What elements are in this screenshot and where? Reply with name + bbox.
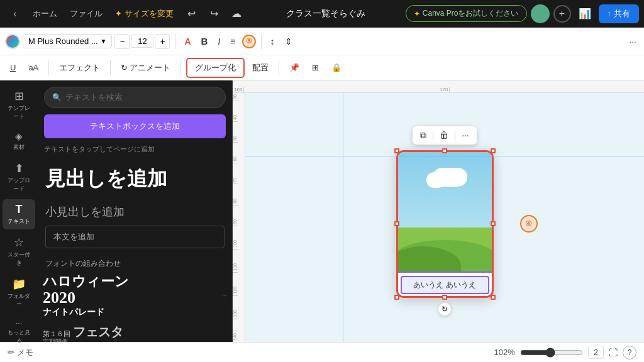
expand-button[interactable]: ⛶ [609,348,618,358]
sub-divider-2 [110,60,111,75]
font-name: M Plus Rounded ... [28,36,98,46]
card-copy-button[interactable]: ⧉ [418,129,429,142]
font-color-button[interactable]: A [180,34,194,49]
sidebar-item-folder[interactable]: 📁 フォルダー [3,273,35,312]
heading-large-item[interactable]: 見出しを追加 [38,160,232,198]
canvas-area[interactable]: 160 170 30 40 50 60 70 80 90 [233,80,644,342]
font-sample-2-med1: 定期開催 [43,338,70,342]
card-more-button[interactable]: ··· [459,129,472,141]
top-bar-right: ✦ Canva Proをお試しください + 📊 ↑ 共有 [406,4,639,24]
animate-icon: ↻ [121,63,128,72]
stats-button[interactable]: 📊 [575,4,595,24]
effect-button[interactable]: エフェクト [54,60,105,76]
layout-button[interactable]: 配置 [247,60,274,76]
main-layout: ⊞ テンプレート ◈ 素材 ⬆ アップロード T テキスト ☆ スター付き 📁 … [0,80,644,342]
sidebar-label-text: テキスト [8,217,30,226]
text-icon: T [16,203,23,216]
card-text-area[interactable]: あいうえ あいうえ [398,272,492,298]
sidebar: ⊞ テンプレート ◈ 素材 ⬆ アップロード T テキスト ☆ スター付き 📁 … [0,80,38,342]
upload-icon: ⬆ [14,162,24,175]
sidebar-item-more[interactable]: ··· もっと見る [3,315,35,349]
font-size-decrease-button[interactable]: − [114,34,130,49]
heading-large-text: 見出しを追加 [45,167,167,190]
font-color-swatch[interactable] [5,34,20,49]
resize-label: サイズを変更 [125,8,174,19]
font-preview-2[interactable]: 第１６回 定期開催 フィルム 映画祭 フェスタ [43,324,123,342]
font-combos: ハロウィーン 2020 ナイトパレード ··· 第１６回 定期開催 フィル [38,274,232,342]
sidebar-item-material[interactable]: ◈ 素材 [3,127,35,155]
sub-divider-1 [48,60,49,75]
toolbar-row: M Plus Rounded ... ▼ − + A B I ≡ ⑤ ↕ ⇕ ·… [0,28,644,55]
font-sample-1: ハロウィーン 2020 ナイトパレード [43,274,129,317]
template-icon: ⊞ [14,89,24,103]
more-icon: ··· [16,319,22,327]
font-size-ctrl: − + [114,34,170,49]
italic-button[interactable]: I [214,34,224,49]
memo-label: メモ [17,347,33,358]
font-size-increase-button[interactable]: + [155,34,170,49]
canva-pro-button[interactable]: ✦ Canva Proをお試しください [406,5,527,22]
search-input-wrapper[interactable]: 🔍 テキストを検索 [44,87,226,108]
heading-small-item[interactable]: 本文を追加 [45,226,225,248]
animate-button[interactable]: ↻ アニメート [116,60,175,76]
line-spacing-button[interactable]: ↕ [267,34,279,49]
canvas-content: ⧉ 🗑 ··· [245,93,644,342]
sidebar-item-upload[interactable]: ⬆ アップロード [3,158,35,197]
font-combo-2: 第１６回 定期開催 フィルム 映画祭 フェスタ ··· [43,324,227,342]
card-toolbar: ⧉ 🗑 ··· [413,126,477,145]
grid-button[interactable]: ⊞ [307,60,324,75]
add-textbox-button[interactable]: テキストボックスを追加 [44,114,226,138]
left-panel: 🔍 テキストを検索 テキストボックスを追加 テキストをタップしてページに追加 見… [38,80,233,342]
font-selector[interactable]: M Plus Rounded ... ▼ [23,34,112,48]
undo-button[interactable]: ↩ [181,4,201,24]
plus-circle-button[interactable]: + [553,5,571,23]
font-preview-1[interactable]: ハロウィーン 2020 ナイトパレード [43,274,129,317]
annotation-4-badge: ④ [520,215,538,233]
font-combo-2-more-button[interactable]: ··· [222,339,227,342]
star-icon: ✦ [115,9,122,18]
resize-button[interactable]: ✦ サイズを変更 [110,6,179,22]
file-button[interactable]: ファイル [65,6,108,22]
more-options-button[interactable]: ··· [626,34,639,49]
home-button[interactable]: ホーム [28,6,62,22]
material-icon: ◈ [15,131,23,142]
canva-pro-label: Canva Proをお試しください [423,8,519,19]
text-height-button[interactable]: ⇕ [281,34,296,49]
rotate-handle[interactable]: ↻ [438,303,451,315]
redo-button[interactable]: ↪ [204,4,224,24]
pin-button[interactable]: 📌 [284,60,304,75]
ruler-left: 30 40 50 60 70 80 90 100 110 120 [233,93,245,342]
share-button[interactable]: ↑ 共有 [599,4,640,23]
group-button[interactable]: グループ化 [186,58,245,78]
memo-button[interactable]: ✏ メモ [8,347,33,358]
font-combo-1-more-button[interactable]: ··· [222,292,227,299]
underline-button[interactable]: U [5,60,21,75]
card-container[interactable]: ⧉ 🗑 ··· [396,150,494,298]
heading-medium-item[interactable]: 小見出しを追加 [38,198,232,226]
zoom-label: 102% [494,348,515,357]
help-button[interactable]: ? [623,346,636,359]
top-bar-center: クラス一覧そらぐみ [249,8,403,19]
card-text-content: あいうえ あいうえ [401,276,489,294]
align-button[interactable]: ≡ [226,34,239,49]
card-sky [398,152,492,228]
cloud-button[interactable]: ☁ [226,4,247,24]
sub-size-button[interactable]: aA [23,60,43,75]
card-delete-button[interactable]: 🗑 [437,129,451,141]
sidebar-item-template[interactable]: ⊞ テンプレート [3,85,35,124]
sidebar-item-starred[interactable]: ☆ スター付き [3,232,35,271]
sidebar-item-text[interactable]: T テキスト [3,199,35,229]
card-toolbar-divider [433,130,433,140]
lock-button[interactable]: 🔒 [326,60,347,75]
bold-button[interactable]: B [197,33,212,49]
divider-1 [175,34,175,49]
top-bar: ‹ ホーム ファイル ✦ サイズを変更 ↩ ↪ ☁ クラス一覧そらぐみ ✦ Ca… [0,0,644,28]
card-frame[interactable]: あいうえ あいうえ [396,150,494,298]
star-icon: ☆ [14,236,24,250]
zoom-slider[interactable] [520,348,583,358]
back-button[interactable]: ‹ [5,4,25,24]
page-title: クラス一覧そらぐみ [286,8,365,19]
annotation-5-badge: ⑤ [242,35,256,48]
font-size-input[interactable] [131,35,153,48]
sub-toolbar: U aA エフェクト ↻ アニメート グループ化 配置 📌 ⊞ 🔒 [0,55,644,80]
